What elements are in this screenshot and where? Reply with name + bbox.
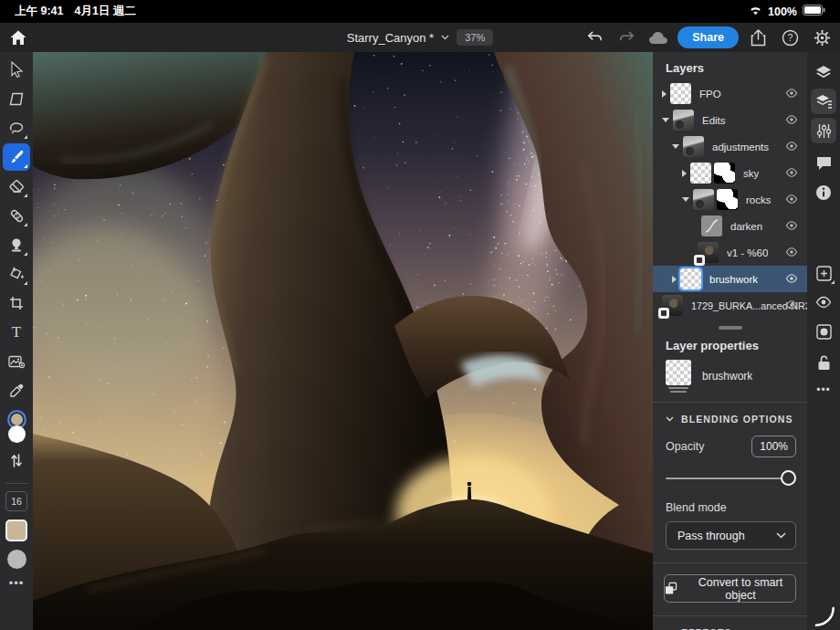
panel-drag-handle[interactable]	[719, 326, 742, 330]
disclosure-collapsed-icon[interactable]	[662, 90, 667, 98]
fill-tool[interactable]	[3, 260, 30, 288]
layer-row-sky[interactable]: sky	[653, 160, 807, 186]
layer-thumbnail[interactable]	[683, 136, 704, 157]
zoom-level-badge[interactable]: 37%	[457, 29, 493, 46]
visibility-eye-icon[interactable]	[785, 245, 798, 261]
color-swatches[interactable]	[7, 410, 26, 443]
comments-panel-icon[interactable]	[811, 151, 836, 176]
brush-size-badge[interactable]: 16	[5, 491, 27, 511]
visibility-eye-icon[interactable]	[785, 86, 798, 102]
status-bar: 上午 9:41 4月1日 週二 100%	[0, 0, 840, 23]
undo-button[interactable]	[582, 25, 607, 50]
smart-object-thumbnail[interactable]	[698, 242, 719, 263]
share-button[interactable]: Share	[677, 26, 739, 48]
layer-more-options-button[interactable]: •••	[811, 377, 836, 403]
visibility-eye-icon[interactable]	[785, 192, 798, 208]
swap-colors-button[interactable]	[3, 446, 30, 474]
layer-thumbnail[interactable]	[693, 189, 714, 210]
layer-mask-button[interactable]	[811, 319, 836, 344]
settings-gear-icon[interactable]	[809, 25, 835, 50]
layer-thumbnail[interactable]	[690, 163, 711, 184]
effects-header[interactable]: EFFECTS	[653, 616, 807, 630]
layer-properties-item: brushwork	[653, 360, 807, 393]
convert-to-smart-object-button[interactable]: Convert to smart object	[664, 574, 796, 603]
clone-stamp-tool[interactable]	[3, 231, 30, 258]
brush-shape-preview[interactable]	[7, 550, 26, 569]
layer-mask-thumbnail[interactable]	[714, 163, 735, 184]
disclosure-expanded-icon[interactable]	[662, 118, 669, 122]
crop-tool[interactable]	[3, 289, 30, 317]
blend-mode-label: Blend mode	[653, 487, 807, 514]
disclosure-expanded-icon[interactable]	[672, 144, 679, 149]
transform-tool[interactable]	[3, 85, 30, 112]
add-layer-button[interactable]	[811, 260, 836, 286]
battery-percent: 100%	[768, 5, 797, 18]
layer-thumbnail[interactable]	[680, 268, 701, 289]
layer-row-edits[interactable]: Edits	[653, 107, 807, 133]
layers-panel-icon[interactable]	[811, 59, 836, 85]
opacity-label: Opacity	[666, 440, 704, 453]
brush-tool[interactable]	[3, 143, 30, 171]
visibility-eye-icon[interactable]	[785, 165, 798, 182]
opacity-slider-knob[interactable]	[781, 470, 796, 486]
eyedropper-tool[interactable]	[3, 377, 30, 404]
smart-object-thumbnail[interactable]	[662, 295, 683, 316]
cloud-sync-icon[interactable]	[646, 25, 671, 50]
clock: 上午 9:41	[15, 4, 64, 19]
move-tool[interactable]	[3, 56, 30, 83]
disclosure-expanded-icon[interactable]	[682, 197, 689, 202]
blend-mode-select[interactable]: Pass through	[666, 521, 796, 550]
date: 4月1日 週二	[75, 4, 136, 19]
corner-gesture-arc	[808, 596, 839, 627]
layer-properties-panel-icon[interactable]	[811, 89, 836, 114]
opacity-value-field[interactable]: 100%	[751, 436, 796, 457]
disclosure-collapsed-icon[interactable]	[672, 276, 677, 283]
layers-panel: Layers FPO Edits adjustments sky rocks	[653, 52, 807, 630]
help-icon[interactable]: ?	[777, 25, 803, 50]
lock-layer-button[interactable]	[811, 350, 836, 375]
chevron-down-icon	[441, 35, 449, 40]
opacity-slider[interactable]	[666, 470, 794, 487]
smart-object-badge	[658, 308, 669, 319]
layer-row-adjustments[interactable]: adjustments	[653, 133, 807, 160]
toolbar-divider	[5, 483, 27, 484]
visibility-eye-icon[interactable]	[785, 139, 798, 155]
layer-row-v1[interactable]: v1 - %60	[653, 239, 807, 266]
wifi-icon	[749, 5, 762, 18]
chevron-down-icon	[666, 416, 674, 422]
layer-row-brushwork-selected[interactable]: brushwork	[653, 266, 807, 292]
document-title[interactable]: Starry_Canyon *	[347, 31, 434, 45]
layer-thumbnail[interactable]	[670, 83, 691, 104]
lasso-select-tool[interactable]	[3, 114, 30, 142]
disclosure-collapsed-icon[interactable]	[682, 170, 687, 177]
layer-thumbnail[interactable]	[673, 110, 694, 131]
home-button[interactable]	[6, 26, 30, 49]
visibility-eye-icon[interactable]	[785, 112, 798, 129]
type-tool[interactable]: T	[3, 319, 30, 346]
visibility-eye-icon[interactable]	[785, 298, 798, 314]
background-color-swatch[interactable]	[8, 425, 26, 443]
place-photo-tool[interactable]	[3, 348, 30, 375]
tool-options-more-button[interactable]: •••	[9, 576, 25, 590]
layer-row-fpo[interactable]: FPO	[653, 80, 807, 107]
curves-adjustment-thumbnail[interactable]	[701, 215, 722, 236]
visibility-eye-icon[interactable]	[785, 271, 798, 288]
redo-button[interactable]	[614, 25, 639, 50]
chevron-down-icon	[776, 532, 786, 539]
visibility-eye-icon[interactable]	[785, 218, 798, 235]
healing-brush-tool[interactable]	[3, 202, 30, 229]
layer-row-rocks[interactable]: rocks	[653, 186, 807, 213]
smart-object-icon	[665, 582, 677, 595]
document-canvas[interactable]	[33, 52, 653, 630]
layer-visibility-button[interactable]	[811, 289, 836, 315]
layer-row-1729[interactable]: 1729_BURKA...anced-NR33	[653, 292, 807, 319]
blending-options-header[interactable]: BLENDING OPTIONS	[653, 403, 807, 425]
export-icon[interactable]	[745, 25, 771, 50]
info-panel-icon[interactable]	[811, 180, 836, 205]
battery-icon	[803, 5, 825, 18]
layer-row-darken[interactable]: darken	[653, 213, 807, 239]
layer-mask-thumbnail[interactable]	[717, 189, 738, 210]
eraser-tool[interactable]	[3, 173, 30, 200]
adjustments-panel-icon[interactable]	[811, 118, 836, 143]
brush-color-preview[interactable]	[5, 520, 27, 541]
